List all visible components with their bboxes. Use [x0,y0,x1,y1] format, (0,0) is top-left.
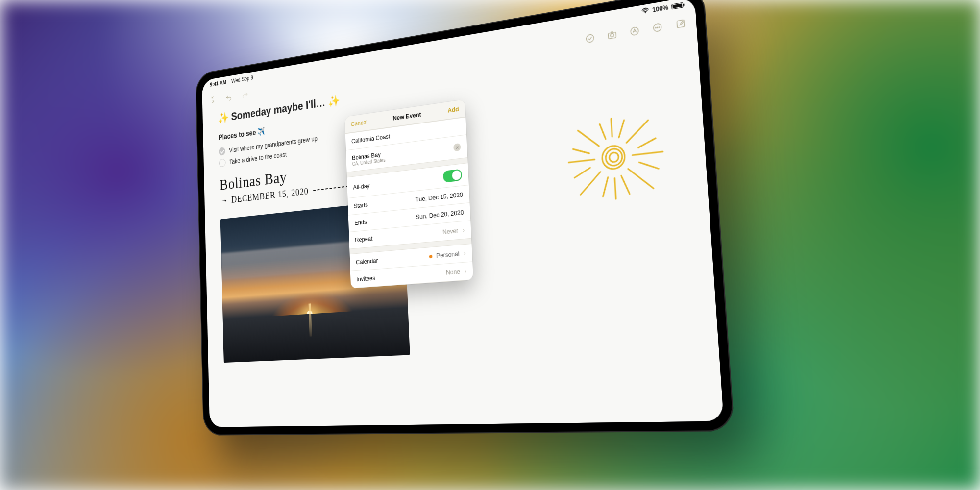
add-button[interactable]: Add [447,105,459,114]
toolbar-right [584,17,687,45]
undo-icon[interactable] [224,92,233,102]
more-icon[interactable] [651,21,663,34]
markup-icon[interactable] [629,24,641,38]
battery-icon [671,2,684,10]
ends-value: Sun, Dec 20, 2020 [416,209,464,221]
svg-point-0 [645,12,646,13]
chevron-right-icon: › [464,249,466,257]
svg-point-8 [659,27,660,28]
new-event-popover: Cancel New Event Add California Coast Bo… [345,99,473,289]
calendar-value: Personal [436,250,460,259]
chevron-right-icon: › [465,268,467,275]
invitees-label: Invitees [356,274,375,283]
status-date: Wed Sep 9 [231,74,253,84]
section-text: Places to see [219,128,256,142]
chevron-right-icon: › [463,226,465,234]
calendar-color-dot [429,255,433,259]
svg-rect-9 [677,20,684,28]
svg-point-6 [655,27,656,28]
popover-title: New Event [392,111,421,122]
wifi-icon [641,7,649,16]
cancel-button[interactable]: Cancel [351,119,368,128]
toolbar-left [209,89,249,105]
starts-value: Tue, Dec 15, 2020 [416,191,463,203]
checklist-icon[interactable] [584,32,596,45]
compose-icon[interactable] [674,17,687,30]
calendar-right: Personal › [429,249,466,260]
time-section: All-day Starts Tue, Dec 15, 2020 Ends Su… [347,163,471,249]
redo-icon[interactable] [241,89,249,99]
calendar-section: Calendar Personal › Invitees None › [350,244,473,289]
all-day-toggle[interactable] [443,169,463,183]
calendar-label: Calendar [356,257,378,266]
invitees-value: None [446,268,460,276]
collapse-icon[interactable] [209,94,217,105]
arrow-icon: → [220,195,229,207]
status-time: 9:41 AM [210,79,226,88]
event-title-value: California Coast [351,133,390,145]
repeat-value: Never [442,227,459,236]
svg-point-7 [657,27,658,28]
all-day-label: All-day [353,182,369,191]
location-text: Bolinas Bay CA, United States [352,150,386,167]
sparkle-icon: ✨ [328,94,341,108]
clear-location-icon[interactable]: ✕ [453,143,461,152]
checkbox-icon[interactable] [219,158,226,167]
ipad-screen: 9:41 AM Wed Sep 9 100% [202,0,724,427]
invitees-right: None › [446,268,466,276]
starts-label: Starts [354,201,368,209]
status-right: 100% [641,1,683,16]
svg-point-3 [611,33,614,37]
camera-icon[interactable] [606,28,618,41]
svg-point-5 [653,23,662,32]
ipad-device-frame: 9:41 AM Wed Sep 9 100% [196,0,735,436]
svg-point-1 [586,34,594,43]
repeat-right: Never › [442,226,465,236]
repeat-label: Repeat [355,235,372,244]
ends-label: Ends [354,218,367,226]
sun-doodle [547,100,676,218]
svg-point-4 [631,27,639,36]
sparkle-icon: ✨ [218,111,229,125]
battery-percent: 100% [652,4,669,14]
airplane-icon: ✈️ [257,127,265,136]
scene: 9:41 AM Wed Sep 9 100% [0,0,980,490]
checkbox-icon[interactable] [219,147,225,156]
svg-rect-2 [608,32,616,39]
